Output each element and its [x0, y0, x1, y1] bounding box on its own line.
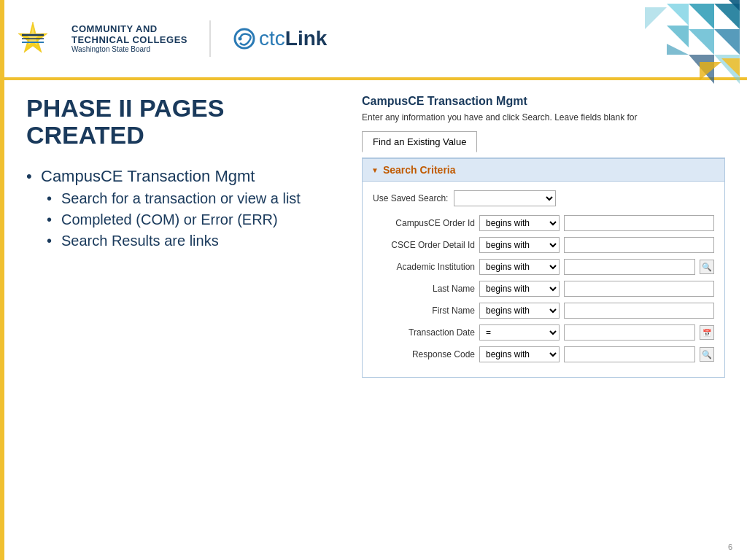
- transaction-date-row: Transaction Date = begins with > < 📅: [373, 324, 714, 341]
- academic-institution-row: Academic Institution begins with = 🔍: [373, 259, 714, 275]
- list-item-label: CampusCE Transaction Mgmt: [41, 167, 255, 185]
- campusce-order-id-label: CampusCE Order Id: [373, 218, 475, 228]
- org-name-line2: TECHNICAL COLLEGES: [71, 35, 187, 45]
- campusce-order-id-operator[interactable]: begins with = contains: [479, 215, 560, 231]
- search-criteria-body: Use Saved Search: CampusCE Order Id begi…: [362, 182, 725, 378]
- page-number: 6: [728, 542, 732, 551]
- response-code-operator[interactable]: begins with =: [479, 346, 560, 362]
- campusce-order-id-input[interactable]: [564, 215, 714, 231]
- svg-point-6: [239, 37, 242, 41]
- academic-institution-lookup-icon[interactable]: 🔍: [700, 260, 714, 274]
- csce-order-detail-id-operator[interactable]: begins with =: [479, 237, 560, 253]
- first-name-input[interactable]: [564, 303, 714, 319]
- response-code-row: Response Code begins with = 🔍: [373, 346, 714, 362]
- last-name-label: Last Name: [373, 284, 475, 294]
- transaction-date-operator[interactable]: = begins with > <: [479, 324, 560, 341]
- ctc-star-logo: [15, 20, 51, 57]
- svg-marker-10: [714, 29, 740, 55]
- svg-marker-19: [667, 44, 689, 55]
- sub-list-item: Search for a transaction or view a list: [41, 190, 340, 207]
- org-name-line1: COMMUNITY AND: [71, 24, 187, 34]
- academic-institution-label: Academic Institution: [373, 262, 475, 272]
- response-code-lookup-icon[interactable]: 🔍: [700, 347, 714, 362]
- ctclink-swirl-icon: [233, 27, 256, 50]
- search-criteria-header: ▼ Search Criteria: [362, 158, 725, 182]
- campusce-order-id-row: CampusCE Order Id begins with = contains: [373, 215, 714, 231]
- find-existing-value-tab[interactable]: Find an Existing Value: [362, 131, 477, 152]
- left-accent-bar: [0, 0, 4, 560]
- first-name-label: First Name: [373, 306, 475, 316]
- svg-marker-8: [714, 4, 740, 29]
- csce-order-detail-id-input[interactable]: [564, 237, 714, 253]
- transaction-date-calendar-icon[interactable]: 📅: [700, 325, 714, 340]
- geometric-pattern: [587, 0, 747, 84]
- academic-institution-input[interactable]: [564, 259, 695, 275]
- saved-search-row: Use Saved Search:: [373, 190, 714, 206]
- transaction-date-label: Transaction Date: [373, 327, 475, 338]
- search-criteria-label: Search Criteria: [383, 164, 456, 176]
- last-name-input[interactable]: [564, 281, 714, 297]
- first-name-row: First Name begins with =: [373, 303, 714, 319]
- svg-marker-9: [689, 29, 714, 55]
- last-name-operator[interactable]: begins with =: [479, 281, 560, 297]
- panel-title: CampusCE Transaction Mgmt: [362, 95, 725, 108]
- sub-bullet-list: Search for a transaction or view a list …: [41, 190, 340, 249]
- csce-order-detail-id-row: CSCE Order Detail Id begins with =: [373, 237, 714, 253]
- csce-order-detail-id-label: CSCE Order Detail Id: [373, 240, 475, 250]
- transaction-date-input[interactable]: [564, 324, 695, 341]
- ctclink-logo: ctcLink: [233, 27, 327, 50]
- ctclink-text: ctc: [259, 27, 285, 50]
- first-name-operator[interactable]: begins with =: [479, 303, 560, 319]
- header: COMMUNITY AND TECHNICAL COLLEGES Washing…: [0, 0, 747, 80]
- svg-marker-16: [721, 58, 740, 77]
- sub-list-item: Completed (COM) or Error (ERR): [41, 211, 340, 228]
- slide-title: PHASE II PAGES CREATED: [26, 95, 340, 149]
- org-name-line3: Washington State Board: [71, 45, 187, 53]
- svg-marker-15: [645, 7, 667, 29]
- right-column: CampusCE Transaction Mgmt Enter any info…: [362, 95, 725, 542]
- panel-description: Enter any information you have and click…: [362, 112, 725, 122]
- list-item: CampusCE Transaction Mgmt Search for a t…: [26, 167, 340, 249]
- sub-list-item: Search Results are links: [41, 233, 340, 249]
- ctclink-bold-text: Link: [285, 27, 328, 50]
- left-column: PHASE II PAGES CREATED CampusCE Transact…: [26, 95, 340, 542]
- header-divider: [209, 20, 211, 57]
- academic-institution-operator[interactable]: begins with =: [479, 259, 560, 275]
- svg-marker-11: [667, 4, 689, 26]
- response-code-input[interactable]: [564, 346, 695, 362]
- tab-bar: Find an Existing Value: [362, 131, 725, 152]
- main-content: PHASE II PAGES CREATED CampusCE Transact…: [0, 80, 747, 557]
- response-code-label: Response Code: [373, 349, 475, 359]
- main-bullet-list: CampusCE Transaction Mgmt Search for a t…: [26, 167, 340, 249]
- saved-search-label: Use Saved Search:: [373, 193, 448, 203]
- header-logos: COMMUNITY AND TECHNICAL COLLEGES Washing…: [15, 20, 327, 57]
- svg-marker-7: [689, 4, 714, 29]
- last-name-row: Last Name begins with =: [373, 281, 714, 297]
- saved-search-select[interactable]: [454, 190, 556, 206]
- ctc-text-block: COMMUNITY AND TECHNICAL COLLEGES Washing…: [71, 24, 187, 53]
- chevron-down-icon: ▼: [371, 166, 379, 174]
- svg-marker-12: [667, 26, 689, 47]
